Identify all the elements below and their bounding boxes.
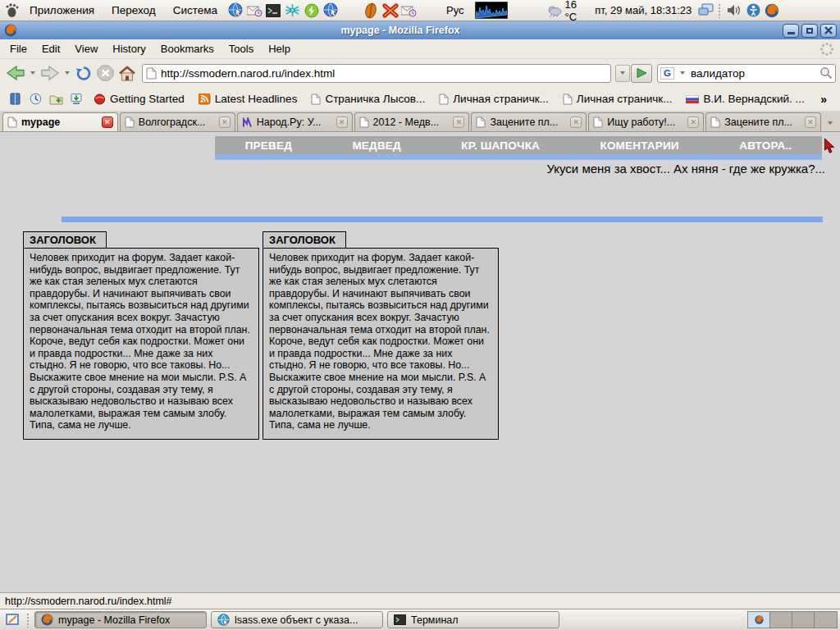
workspace-switcher bbox=[747, 611, 838, 628]
network-monitor-icon[interactable] bbox=[697, 2, 714, 20]
page-icon bbox=[359, 116, 369, 128]
system-monitor-applet[interactable] bbox=[475, 2, 508, 20]
nav-medved[interactable]: МЕДВЕД bbox=[352, 139, 400, 152]
tab-2012-medved[interactable]: 2012 - Медв... ✕ bbox=[354, 112, 470, 131]
clock-applet[interactable]: пт, 29 май, 18:31:23 bbox=[591, 4, 695, 16]
bookmark-lichnaya-2[interactable]: Личная страничк... bbox=[556, 90, 679, 107]
keyboard-layout-indicator[interactable]: Рус bbox=[441, 2, 469, 18]
tab-mypage[interactable]: mypage ✕ bbox=[2, 112, 118, 131]
bookmark-latest-headlines[interactable]: Latest Headlines bbox=[192, 90, 304, 107]
url-dropdown-button[interactable] bbox=[615, 65, 630, 82]
taskbar-window-firefox[interactable]: mypage - Mozilla Firefox bbox=[34, 611, 207, 628]
close-button[interactable] bbox=[820, 24, 837, 38]
menu-bookmarks[interactable]: Bookmarks bbox=[153, 40, 221, 57]
tab-close-icon[interactable]: ✕ bbox=[102, 116, 113, 128]
tab-close-icon[interactable]: ✕ bbox=[453, 116, 464, 128]
menu-file[interactable]: File bbox=[2, 40, 34, 57]
bookmark-icon-button[interactable] bbox=[5, 90, 25, 108]
tab-close-icon[interactable]: ✕ bbox=[687, 116, 699, 128]
page-icon bbox=[439, 94, 449, 105]
add-folder-icon-button[interactable] bbox=[46, 90, 66, 108]
tab-zatsenite-1[interactable]: Зацените пл... ✕ bbox=[471, 112, 587, 131]
download-icon-button[interactable] bbox=[66, 90, 86, 108]
taskbar-window-terminal[interactable]: Терминал bbox=[387, 611, 559, 628]
bookmark-stranichka-lysov[interactable]: Страничка Лысов... bbox=[304, 90, 431, 107]
workspace-4[interactable] bbox=[815, 612, 837, 628]
search-magnifier-icon[interactable] bbox=[819, 66, 833, 80]
nav-preved[interactable]: ПРЕВЕД bbox=[245, 139, 292, 152]
article-title: ЗАГОЛОВОК bbox=[23, 231, 107, 249]
home-button[interactable] bbox=[116, 64, 138, 83]
menu-history[interactable]: History bbox=[105, 40, 153, 57]
weather-applet[interactable]: 16 °C bbox=[546, 0, 590, 23]
tab-ishchu-rabotu[interactable]: Ищу работу!... ✕ bbox=[588, 112, 704, 131]
tab-label: mypage bbox=[21, 116, 98, 128]
search-engine-dropdown[interactable] bbox=[680, 71, 685, 75]
places-menu[interactable]: Переход bbox=[104, 2, 163, 19]
bookmark-lichnaya-1[interactable]: Личная страничк... bbox=[432, 90, 555, 107]
taskbar-window-lsass[interactable]: lsass.exe объект с указа... bbox=[211, 611, 383, 628]
email-launcher-icon[interactable] bbox=[246, 2, 262, 20]
nav-kr-shapochka[interactable]: КР. ШАПОЧКА bbox=[461, 139, 540, 152]
terminal-launcher-icon[interactable] bbox=[265, 2, 281, 20]
window-titlebar[interactable]: mypage - Mozilla Firefox bbox=[0, 21, 840, 39]
forward-history-dropdown[interactable] bbox=[65, 71, 70, 75]
tab-close-icon[interactable]: ✕ bbox=[805, 116, 816, 128]
search-box[interactable]: G валидатор bbox=[657, 64, 836, 83]
workspace-1[interactable] bbox=[748, 612, 770, 628]
forward-button[interactable] bbox=[39, 63, 62, 83]
show-desktop-button[interactable] bbox=[2, 611, 22, 629]
nav-komentarii[interactable]: КОМЕНТАРИИ bbox=[600, 139, 678, 152]
menu-tools[interactable]: Tools bbox=[221, 40, 261, 57]
window-title: mypage - Mozilla Firefox bbox=[21, 25, 780, 36]
web-browser-launcher-icon[interactable] bbox=[227, 2, 244, 20]
red-x-app-icon[interactable] bbox=[382, 2, 399, 20]
history-clock-icon-button[interactable] bbox=[25, 90, 45, 108]
accessibility-icon[interactable] bbox=[745, 2, 761, 20]
stop-button[interactable] bbox=[95, 63, 116, 83]
tab-narod-ru[interactable]: Народ.Ру: У... ✕ bbox=[237, 112, 353, 131]
system-menu[interactable]: Система bbox=[166, 2, 225, 19]
bookmarks-overflow-chevron[interactable]: » bbox=[812, 93, 835, 106]
terminal-task-icon bbox=[394, 614, 406, 625]
url-input[interactable]: http://ssmodern.narod.ru/index.html bbox=[161, 67, 607, 80]
menu-help[interactable]: Help bbox=[261, 40, 298, 57]
search-input[interactable]: валидатор bbox=[691, 67, 816, 80]
firefox-panel-icon[interactable] bbox=[764, 2, 780, 20]
bookmark-getting-started[interactable]: Getting Started bbox=[87, 90, 191, 107]
bookmarks-toolbar: Getting Started Latest Headlines Странич… bbox=[0, 87, 840, 111]
workspace-3[interactable] bbox=[792, 612, 815, 628]
nav-avtora[interactable]: АВТОРА.. bbox=[739, 139, 792, 152]
tab-close-icon[interactable]: ✕ bbox=[219, 116, 231, 128]
mouse-cursor bbox=[824, 138, 835, 155]
maximize-button[interactable] bbox=[801, 24, 818, 38]
bookmark-label: Getting Started bbox=[110, 93, 185, 105]
tab-close-icon[interactable]: ✕ bbox=[570, 116, 582, 128]
volume-speaker-icon[interactable] bbox=[726, 2, 742, 20]
google-engine-icon[interactable]: G bbox=[660, 67, 674, 80]
menu-edit[interactable]: Edit bbox=[34, 40, 67, 57]
reload-button[interactable] bbox=[73, 63, 94, 83]
panel-separator bbox=[718, 3, 722, 18]
go-button[interactable] bbox=[631, 64, 652, 83]
tab-volgogradsk[interactable]: Волгоградск... ✕ bbox=[120, 112, 235, 131]
gnome-foot-icon[interactable] bbox=[3, 2, 20, 20]
bookmark-vernadsky[interactable]: В.И. Вернадский. ... bbox=[679, 90, 810, 107]
minimize-button[interactable] bbox=[783, 24, 799, 38]
url-bar[interactable]: http://ssmodern.narod.ru/index.html bbox=[142, 64, 611, 83]
article-box-1: ЗАГОЛОВОК Человек приходит на форум. Зад… bbox=[23, 231, 259, 440]
power-manager-icon[interactable] bbox=[304, 2, 320, 20]
tab-close-icon[interactable]: ✕ bbox=[336, 116, 348, 128]
page-icon bbox=[311, 94, 321, 105]
web-globe-launcher-icon[interactable] bbox=[323, 2, 340, 20]
network-tool-launcher-icon[interactable] bbox=[284, 2, 301, 20]
workspace-2[interactable] bbox=[770, 612, 792, 628]
tab-zatsenite-2[interactable]: Зацените пл... ✕ bbox=[705, 112, 821, 131]
coffee-bean-app-icon[interactable] bbox=[363, 2, 380, 20]
menu-view[interactable]: View bbox=[67, 40, 105, 57]
back-history-dropdown[interactable] bbox=[30, 71, 35, 75]
tab-list-dropdown[interactable] bbox=[823, 115, 838, 131]
applications-menu[interactable]: Приложения bbox=[22, 2, 102, 19]
mail-clock-applet-icon[interactable] bbox=[401, 2, 418, 20]
back-button[interactable] bbox=[4, 63, 27, 83]
